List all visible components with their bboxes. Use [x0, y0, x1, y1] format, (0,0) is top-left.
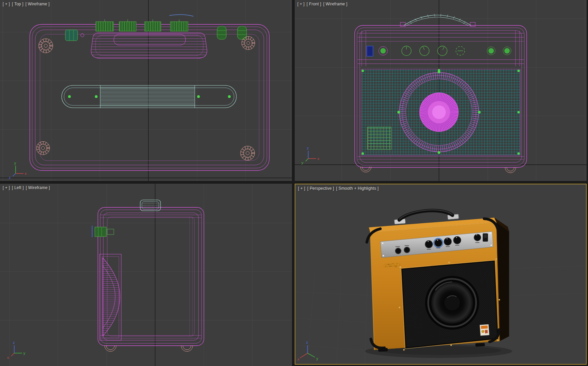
viewport-shading-menu[interactable]: [ Wireframe ]	[25, 2, 49, 6]
amp-foot	[378, 348, 388, 352]
viewport-shading-menu[interactable]: [ Wireframe ]	[323, 2, 348, 6]
axis-tripod: y x z	[9, 161, 27, 180]
sticker	[480, 324, 489, 336]
viewport-perspective-canvas[interactable]: orange	[295, 184, 586, 364]
front-feet	[360, 167, 516, 173]
viewport-menu-button[interactable]: [ + ]	[297, 2, 304, 6]
axis-tripod: z x y	[301, 146, 319, 165]
small-ring	[81, 34, 84, 37]
axis-tripod: z y x	[7, 341, 25, 360]
svg-text:x: x	[317, 157, 319, 161]
grid	[0, 184, 292, 366]
viewport-shading-menu[interactable]: [ Smooth + Highlights ]	[336, 186, 379, 191]
svg-text:z: z	[306, 340, 308, 344]
svg-text:x: x	[25, 171, 27, 176]
carry-strap	[399, 210, 453, 220]
front-knobs	[379, 46, 511, 56]
viewport-perspective[interactable]: orange	[295, 184, 587, 365]
viewport-label-perspective: [ + ] [ Perspective ] [ Smooth + Highlig…	[298, 186, 379, 191]
viewport-shading-menu[interactable]: [ Wireframe ]	[26, 185, 50, 190]
viewport-front[interactable]: z x y [ + ] [ Front ] [ Wireframe ]	[295, 0, 587, 181]
amp-carry-handle	[404, 14, 471, 25]
input-jack	[367, 46, 373, 56]
side-jack-parts	[92, 226, 114, 237]
viewport-view-menu[interactable]: [ Left ]	[12, 185, 24, 190]
handle-side	[140, 200, 161, 211]
viewport-menu-button[interactable]: [ + ]	[3, 2, 10, 6]
viewport-label-front: [ + ] [ Front ] [ Wireframe ]	[297, 2, 348, 6]
svg-text:y: y	[14, 161, 16, 165]
viewport-view-menu[interactable]: [ Perspective ]	[307, 186, 334, 191]
viewport-label-left: [ + ] [ Left ] [ Wireframe ]	[3, 185, 50, 190]
amp-foot	[475, 343, 485, 347]
svg-text:x: x	[7, 355, 9, 360]
amp-3d-render: orange	[365, 210, 512, 358]
viewport-front-canvas[interactable]: z x y	[295, 0, 587, 181]
handle-mount	[470, 22, 475, 26]
svg-text:y: y	[23, 351, 25, 355]
svg-text:x: x	[297, 357, 299, 361]
viewport-menu-button[interactable]: [ + ]	[3, 185, 10, 190]
cable-curve	[169, 15, 193, 16]
viewport-left-canvas[interactable]: z y x	[0, 184, 292, 366]
speaker-side-wireframe	[100, 254, 121, 340]
amp-handle-bar	[62, 85, 236, 108]
svg-text:y: y	[301, 161, 303, 165]
viewport-top[interactable]: y x z [ + ] [ Top ] [ Wireframe ]	[0, 0, 292, 181]
viewport-label-top: [ + ] [ Top ] [ Wireframe ]	[3, 2, 50, 6]
svg-text:z: z	[307, 146, 309, 150]
viewport-view-menu[interactable]: [ Top ]	[12, 2, 23, 6]
port-grid	[368, 127, 391, 149]
handle-mount	[400, 22, 405, 26]
side-feet	[105, 346, 193, 351]
svg-text:y: y	[316, 357, 318, 361]
amp-handle-recess	[91, 33, 207, 58]
svg-text:z: z	[9, 176, 11, 180]
viewport-view-menu[interactable]: [ Front ]	[307, 2, 321, 6]
speaker	[425, 276, 479, 330]
svg-text:z: z	[13, 341, 15, 345]
viewport-top-canvas[interactable]: y x z	[0, 0, 292, 181]
viewport-left[interactable]: z y x [ + ] [ Left ] [ Wireframe ]	[0, 184, 292, 366]
viewport-menu-button[interactable]: [ + ]	[298, 186, 305, 191]
